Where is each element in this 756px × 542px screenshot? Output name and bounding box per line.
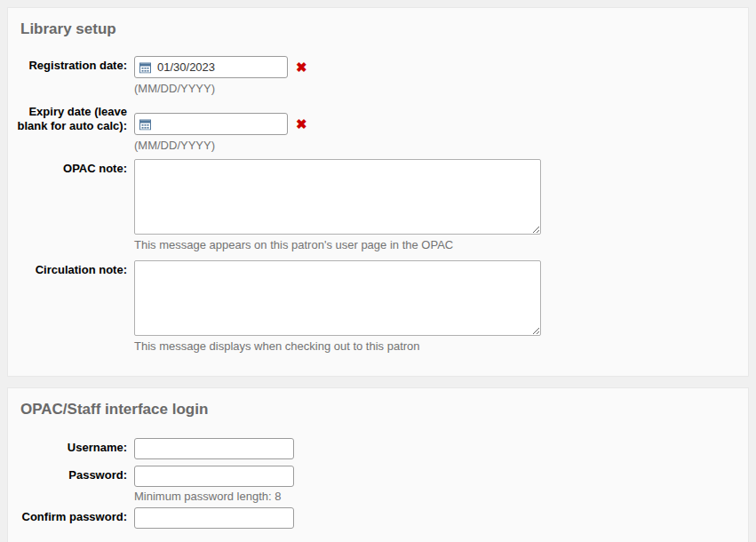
expiry-date-field — [134, 113, 288, 135]
username-input[interactable] — [134, 438, 294, 459]
expiry-date-row: Expiry date (leave blank for auto calc): — [12, 102, 739, 152]
opac-note-textarea[interactable] — [134, 159, 541, 235]
password-label: Password: — [12, 466, 127, 482]
confirm-password-input[interactable] — [134, 507, 294, 529]
circulation-note-label: Circulation note: — [12, 260, 127, 277]
library-setup-title: Library setup — [20, 19, 739, 38]
circulation-note-hint: This message displays when checking out … — [134, 339, 739, 353]
clear-expiry-date-icon[interactable]: ✖ — [296, 113, 307, 135]
confirm-password-label: Confirm password: — [12, 507, 127, 524]
opac-note-hint: This message appears on this patron's us… — [134, 238, 739, 251]
calendar-icon[interactable] — [139, 61, 151, 73]
calendar-icon[interactable] — [139, 118, 151, 130]
circulation-note-control: This message displays when checking out … — [134, 260, 739, 353]
confirm-password-control — [134, 507, 739, 529]
password-control: Minimum password length: 8 — [134, 466, 739, 503]
opac-note-label: OPAC note: — [12, 159, 127, 176]
login-section: OPAC/Staff interface login Username: Pas… — [7, 387, 749, 542]
registration-date-field — [134, 56, 288, 78]
registration-date-control: ✖ (MM/DD/YYYY) — [134, 56, 739, 95]
library-setup-section: Library setup Registration date: — [7, 7, 749, 377]
circulation-note-textarea[interactable] — [134, 260, 541, 336]
expiry-date-format-hint: (MM/DD/YYYY) — [134, 139, 739, 152]
registration-date-format-hint: (MM/DD/YYYY) — [134, 82, 739, 95]
opac-note-control: This message appears on this patron's us… — [134, 159, 739, 251]
registration-date-input[interactable] — [134, 56, 288, 78]
expiry-date-input[interactable] — [134, 113, 288, 135]
expiry-date-label: Expiry date (leave blank for auto calc): — [12, 102, 127, 132]
password-length-hint: Minimum password length: 8 — [134, 490, 739, 503]
registration-date-label: Registration date: — [12, 56, 127, 73]
username-control — [134, 438, 739, 459]
expiry-date-control: ✖ (MM/DD/YYYY) — [134, 113, 739, 152]
confirm-password-row: Confirm password: — [12, 507, 739, 529]
password-row: Password: Minimum password length: 8 — [12, 466, 739, 503]
password-input[interactable] — [134, 466, 294, 487]
registration-date-row: Registration date: — [12, 56, 739, 95]
circulation-note-row: Circulation note: This message displays … — [12, 260, 739, 353]
opac-note-row: OPAC note: This message appears on this … — [12, 159, 739, 251]
username-label: Username: — [12, 438, 127, 455]
username-row: Username: — [12, 438, 739, 459]
clear-registration-date-icon[interactable]: ✖ — [296, 56, 307, 78]
login-title: OPAC/Staff interface login — [20, 399, 739, 418]
